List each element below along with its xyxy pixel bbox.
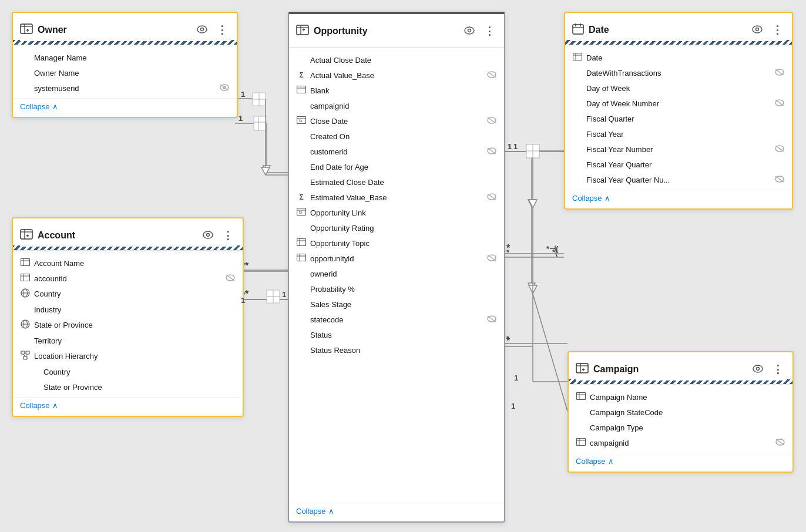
svg-rect-132 bbox=[526, 144, 539, 157]
field-close-date: fx Close Date bbox=[289, 113, 504, 129]
opp-visibility-btn[interactable] bbox=[462, 25, 477, 37]
svg-text:*: * bbox=[506, 334, 510, 343]
svg-text:fx: fx bbox=[299, 210, 303, 214]
account-fields: Account Name accountid Country Industr bbox=[13, 251, 243, 397]
campaign-footer: Collapse ∧ bbox=[569, 453, 792, 472]
date-visibility-btn[interactable] bbox=[750, 24, 765, 36]
opp-actions: ⋮ bbox=[462, 22, 497, 40]
campaign-more-btn[interactable]: ⋮ bbox=[770, 363, 785, 376]
actual-value-hidden bbox=[486, 70, 497, 80]
svg-text:fx: fx bbox=[299, 119, 303, 123]
field-opp-rating: Opportunity Rating bbox=[289, 220, 504, 235]
account-footer: Collapse ∧ bbox=[13, 397, 243, 416]
date-title: Date bbox=[589, 25, 745, 35]
date-fields: Date DateWithTransactions Day of Week Da… bbox=[565, 45, 792, 190]
field-created-on: Created On bbox=[289, 129, 504, 144]
svg-text:1: 1 bbox=[511, 402, 515, 410]
svg-rect-80 bbox=[297, 254, 306, 261]
field-territory: Territory bbox=[13, 333, 243, 348]
svg-rect-36 bbox=[21, 230, 32, 239]
opp-fields: Actual Close Date Σ Actual Value_Base Bl… bbox=[289, 48, 504, 503]
field-status-reason: Status Reason bbox=[289, 342, 504, 358]
field-end-date-age: End Date for Age bbox=[289, 159, 504, 174]
owner-visibility-btn[interactable] bbox=[194, 24, 210, 36]
opp-collapse-btn[interactable]: Collapse ∧ bbox=[296, 507, 334, 516]
state-province-icon bbox=[20, 319, 31, 331]
field-sales-stage: Sales Stage bbox=[289, 297, 504, 312]
accountid-icon bbox=[20, 274, 31, 283]
date-more-btn[interactable]: ⋮ bbox=[770, 23, 785, 36]
field-accountid: accountid bbox=[13, 271, 243, 286]
field-campaign-statecode: Campaign StateCode bbox=[569, 405, 792, 420]
owner-entity-icon bbox=[20, 23, 33, 37]
svg-text:*: * bbox=[245, 289, 249, 299]
campaign-card: Campaign ⋮ Campaign Name Campaign StateC… bbox=[567, 351, 794, 473]
owner-more-btn[interactable]: ⋮ bbox=[214, 23, 230, 36]
svg-point-105 bbox=[753, 365, 763, 372]
svg-rect-127 bbox=[267, 290, 280, 303]
field-campaign-name: Campaign Name bbox=[569, 389, 792, 405]
fyqn-hidden bbox=[774, 175, 785, 185]
date-collapse-btn[interactable]: Collapse ∧ bbox=[572, 194, 610, 203]
owner-fields: Manager Name Owner Name systemuserid bbox=[13, 45, 237, 98]
campaign-card-header: Campaign ⋮ bbox=[569, 352, 792, 385]
svg-text:*(: *( bbox=[552, 248, 558, 257]
svg-rect-116 bbox=[253, 93, 266, 106]
svg-point-37 bbox=[203, 231, 213, 238]
opp-footer: Collapse ∧ bbox=[289, 503, 504, 521]
date-entity-icon bbox=[572, 23, 584, 38]
campaign-header-inner: Campaign ⋮ bbox=[576, 358, 785, 381]
field-probability: Probability % bbox=[289, 281, 504, 297]
field-manager-name: Manager Name bbox=[13, 50, 237, 65]
campaign-name-icon bbox=[576, 392, 586, 402]
opp-more-btn[interactable]: ⋮ bbox=[482, 25, 497, 38]
date-header-inner: Date ⋮ bbox=[572, 19, 785, 41]
field-owner-name: Owner Name bbox=[13, 65, 237, 80]
svg-rect-93 bbox=[573, 53, 582, 60]
svg-marker-27 bbox=[528, 283, 535, 290]
account-title: Account bbox=[38, 230, 196, 241]
svg-text:*: * bbox=[506, 248, 510, 257]
account-collapse-btn[interactable]: Collapse ∧ bbox=[20, 401, 58, 410]
accountid-hidden-icon bbox=[225, 274, 236, 284]
svg-point-106 bbox=[757, 368, 760, 371]
field-campaign-type: Campaign Type bbox=[569, 420, 792, 435]
field-customerid: customerid bbox=[289, 144, 504, 159]
field-day-of-week-number: Day of Week Number bbox=[565, 96, 792, 111]
sigma-icon1: Σ bbox=[296, 71, 307, 79]
svg-rect-55 bbox=[23, 356, 27, 359]
opportunityid-icon bbox=[296, 254, 307, 263]
opportunity-card: Opportunity ⋮ Actual Close Date Σ Actual… bbox=[288, 12, 505, 523]
account-card-header: Account ⋮ bbox=[13, 218, 243, 251]
svg-point-32 bbox=[201, 28, 204, 31]
campaign-visibility-btn[interactable] bbox=[750, 363, 765, 375]
account-more-btn[interactable]: ⋮ bbox=[220, 229, 236, 242]
opp-link-icon: fx bbox=[296, 208, 307, 217]
owner-card: Owner ⋮ Manager Name Owner Name sy bbox=[12, 12, 238, 118]
svg-point-60 bbox=[468, 29, 471, 32]
account-entity-icon bbox=[20, 229, 33, 243]
country-icon bbox=[20, 288, 31, 299]
svg-rect-104 bbox=[576, 363, 588, 373]
field-fiscal-year-number: Fiscal Year Number bbox=[565, 142, 792, 157]
field-status: Status bbox=[289, 327, 504, 342]
date-card: Date ⋮ Date DateWithTransactions bbox=[564, 12, 793, 210]
campaign-id-hidden bbox=[775, 438, 785, 448]
field-statecode: statecode bbox=[289, 312, 504, 327]
svg-text:1: 1 bbox=[514, 373, 518, 382]
field-systemuserid: systemuserid bbox=[13, 80, 237, 96]
field-industry: Industry bbox=[13, 302, 243, 317]
svg-rect-87 bbox=[573, 25, 583, 34]
field-day-of-week: Day of Week bbox=[565, 80, 792, 96]
opportunity-card-header: Opportunity ⋮ bbox=[289, 14, 504, 48]
owner-footer: Collapse ∧ bbox=[13, 98, 237, 117]
field-lh-country: Country bbox=[13, 364, 243, 379]
svg-point-59 bbox=[465, 27, 474, 34]
account-visibility-btn[interactable] bbox=[200, 230, 216, 241]
account-header-inner: Account ⋮ bbox=[20, 224, 236, 247]
field-campaign-id: campaignid bbox=[569, 435, 792, 450]
owner-collapse-btn[interactable]: Collapse ∧ bbox=[20, 102, 58, 111]
campaign-collapse-btn[interactable]: Collapse ∧ bbox=[576, 457, 614, 466]
svg-text:1: 1 bbox=[513, 142, 518, 151]
svg-text:1: 1 bbox=[241, 90, 245, 99]
